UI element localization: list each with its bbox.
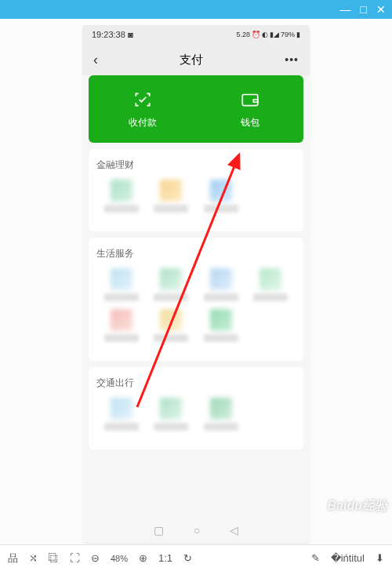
grid-item[interactable] xyxy=(196,268,246,301)
status-bar: 19:23:38 ◙ 5.28 ⏰ ◐ ▮◢ 79% ▮ xyxy=(82,25,310,44)
battery-icon: ▮ xyxy=(296,31,300,38)
watermark: Baidu经验 xyxy=(328,498,387,515)
wallet-icon xyxy=(240,89,260,110)
pay-receive-button[interactable]: 收付款 xyxy=(89,75,196,143)
zoom-level: 48% xyxy=(111,554,128,563)
window-titlebar: — □ ✕ xyxy=(0,0,392,19)
grid-item[interactable] xyxy=(147,180,197,213)
pay-receive-label: 收付款 xyxy=(129,116,157,129)
rotate-icon[interactable]: ↻ xyxy=(183,552,192,564)
alarm-icon: ⏰ xyxy=(252,31,260,38)
fullscreen-tool-icon[interactable]: ⛶ xyxy=(70,552,80,564)
page-navbar: ‹ 支付 ••• xyxy=(82,44,310,75)
grid-item[interactable] xyxy=(96,180,147,213)
page-content: 收付款 钱包 金融理财 生活服务 xyxy=(82,75,310,518)
crop-tool-icon[interactable]: �ińtitul xyxy=(331,552,365,564)
transport-section: 交通出行 xyxy=(89,367,303,449)
edit-tool-icon[interactable]: ✎ xyxy=(311,552,320,564)
finance-section: 金融理财 xyxy=(89,149,303,231)
close-button[interactable]: ✕ xyxy=(376,3,386,16)
life-section: 生活服务 xyxy=(89,238,303,361)
wallet-button[interactable]: 钱包 xyxy=(196,75,303,143)
status-right: 5.28 ⏰ ◐ ▮◢ 79% ▮ xyxy=(236,31,300,38)
grid-item[interactable] xyxy=(96,309,147,342)
home-key[interactable]: ○ xyxy=(194,524,200,536)
back-button[interactable]: ‹ xyxy=(93,52,98,68)
zoom-in-icon[interactable]: ⊕ xyxy=(139,552,147,564)
status-time: 19:23:38 ◙ xyxy=(92,30,133,39)
viewer-area: 19:23:38 ◙ 5.28 ⏰ ◐ ▮◢ 79% ▮ ‹ 支付 ••• xyxy=(0,19,392,544)
grid-item[interactable] xyxy=(196,180,246,220)
grid-item[interactable] xyxy=(147,309,197,342)
download-icon[interactable]: ⬇ xyxy=(376,552,384,564)
maximize-button[interactable]: □ xyxy=(361,3,367,16)
signal-icon: ▮◢ xyxy=(270,31,279,38)
scan-icon xyxy=(132,89,153,110)
page-title: 支付 xyxy=(180,53,203,67)
grid-item[interactable] xyxy=(147,398,197,431)
actual-size-icon[interactable]: 1:1 xyxy=(158,552,172,564)
grid-item[interactable] xyxy=(96,398,147,431)
more-button[interactable]: ••• xyxy=(285,53,299,66)
life-title: 生活服务 xyxy=(96,247,296,260)
back-key[interactable]: ◁ xyxy=(230,524,238,536)
transport-title: 交通出行 xyxy=(96,376,296,390)
zoom-out-icon[interactable]: ⊖ xyxy=(91,552,100,564)
copy-tool-icon[interactable]: ⿻ xyxy=(49,552,59,564)
grid-item[interactable] xyxy=(196,309,246,350)
grid-tool-icon[interactable]: 品 xyxy=(8,551,18,566)
grid-item[interactable] xyxy=(147,268,197,301)
shuffle-tool-icon[interactable]: ⤭ xyxy=(29,552,38,564)
grid-item[interactable] xyxy=(246,268,296,301)
android-nav-keys: ▢ ○ ◁ xyxy=(82,518,310,543)
hero-panel: 收付款 钱包 xyxy=(89,75,303,143)
grid-item[interactable] xyxy=(196,398,246,438)
grid-item[interactable] xyxy=(96,268,147,301)
viewer-toolbar: 品 ⤭ ⿻ ⛶ ⊖ 48% ⊕ 1:1 ↻ ✎ �ińtitul ⬇ xyxy=(0,544,392,571)
phone-screenshot: 19:23:38 ◙ 5.28 ⏰ ◐ ▮◢ 79% ▮ ‹ 支付 ••• xyxy=(82,25,310,543)
finance-title: 金融理财 xyxy=(96,158,296,172)
recent-apps-key[interactable]: ▢ xyxy=(154,524,164,536)
wallet-label: 钱包 xyxy=(241,116,260,129)
dnd-icon: ◐ xyxy=(262,31,268,38)
minimize-button[interactable]: — xyxy=(340,3,351,16)
